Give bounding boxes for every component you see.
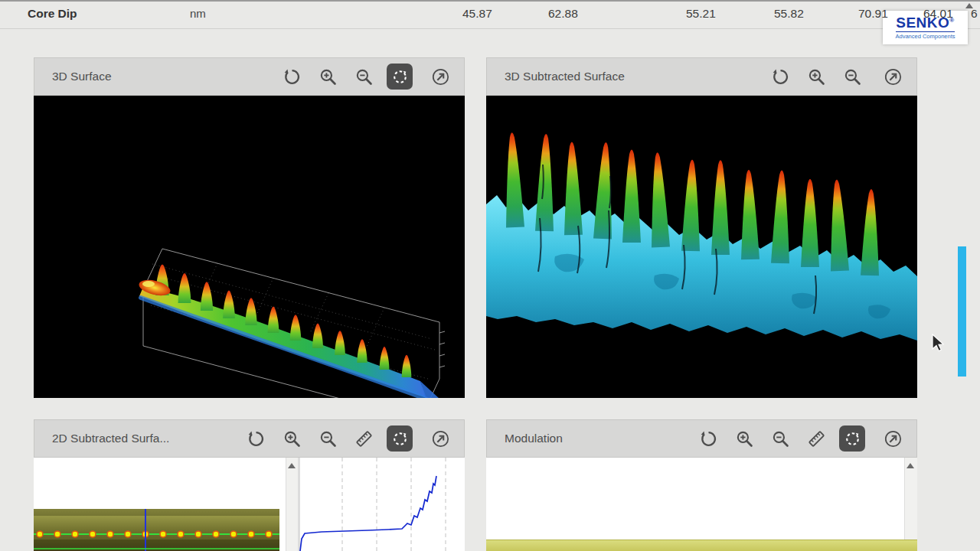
zoom-in-icon	[807, 67, 826, 86]
export-button[interactable]	[880, 425, 906, 452]
panel-title: Modulation	[505, 432, 563, 445]
surface-3d-plot[interactable]	[34, 96, 465, 398]
panel-2d-subtracted-header: 2D Subtracted Surfa...	[34, 419, 465, 458]
rotate-reset-button[interactable]	[243, 425, 269, 452]
panel-3d-subtracted-header: 3D Subtracted Surface	[486, 57, 917, 96]
dashed-circle-icon	[390, 67, 410, 86]
panel-modulation-header: Modulation	[486, 419, 917, 458]
zoom-out-button[interactable]	[315, 425, 341, 452]
panel-2d-subtracted-surface: 2D Subtracted Surfa...	[34, 419, 465, 551]
subtracted-3d-plot[interactable]	[486, 96, 917, 398]
core-dip-row-label: Core Dip	[28, 7, 77, 21]
scroll-up-icon[interactable]	[906, 463, 914, 468]
application-window: Core Dip nm 45.87 62.88 55.21 55.82 70.9…	[0, 0, 980, 551]
panel-title: 2D Subtracted Surfa...	[52, 432, 169, 445]
rotate-reset-button[interactable]	[695, 425, 721, 452]
profile-chart[interactable]	[299, 458, 465, 551]
export-button[interactable]	[427, 425, 453, 452]
export-icon	[884, 429, 903, 448]
vertical-scrollbar-thumb[interactable]	[958, 246, 966, 377]
senko-logo-tagline: Advanced Components	[896, 31, 956, 40]
scroll-up-icon[interactable]	[965, 3, 973, 8]
ruler-icon	[807, 429, 826, 448]
modulation-content[interactable]	[486, 458, 917, 551]
rotate-mode-button[interactable]	[839, 425, 865, 452]
measurement-value: 62.88	[548, 7, 578, 21]
zoom-in-button[interactable]	[315, 64, 341, 90]
export-button[interactable]	[427, 64, 453, 90]
zoom-out-icon	[843, 67, 862, 86]
export-icon	[431, 67, 450, 86]
dashed-circle-icon	[390, 429, 410, 448]
panel-title: 3D Surface	[52, 70, 112, 83]
ruler-icon	[354, 429, 374, 448]
measure-button[interactable]	[803, 425, 829, 452]
rotate-reset-icon	[771, 67, 790, 86]
modulation-image-strip	[486, 540, 917, 551]
rotate-reset-button[interactable]	[279, 64, 305, 90]
export-icon	[884, 67, 903, 86]
zoom-in-icon	[318, 67, 338, 86]
subtracted-2d-content	[34, 458, 465, 551]
export-icon	[431, 429, 450, 448]
export-button[interactable]	[880, 64, 906, 90]
measurement-value: 70.91	[858, 7, 888, 21]
rotate-reset-icon	[283, 67, 302, 86]
panel-modulation: Modulation	[486, 419, 917, 551]
zoom-out-icon	[318, 429, 338, 448]
panel-toolbar	[767, 64, 906, 90]
panel-3d-surface: 3D Surface	[34, 57, 465, 398]
zoom-out-button[interactable]	[351, 64, 377, 90]
measurement-value-clipped: 6	[971, 7, 978, 21]
measurement-value: 55.21	[686, 7, 716, 21]
rotate-reset-button[interactable]	[767, 64, 793, 90]
zoom-out-icon	[771, 429, 790, 448]
zoom-out-icon	[354, 67, 374, 86]
zoom-in-button[interactable]	[731, 425, 757, 452]
panel-title: 3D Subtracted Surface	[505, 70, 625, 83]
panel-toolbar	[695, 425, 906, 452]
measurement-value: 45.87	[462, 7, 492, 21]
mouse-cursor	[931, 334, 946, 354]
subtracted-2d-image-view[interactable]	[34, 458, 285, 551]
panel-3d-surface-header: 3D Surface	[34, 57, 465, 96]
inner-scrollbar[interactable]	[286, 458, 299, 551]
zoom-out-button[interactable]	[839, 64, 865, 90]
rotate-mode-button[interactable]	[387, 64, 413, 90]
rotate-mode-button[interactable]	[387, 425, 413, 452]
topbar-divider	[0, 28, 980, 29]
panel-toolbar	[243, 425, 453, 452]
fiber-endface-image[interactable]	[34, 509, 279, 551]
rotate-reset-icon	[699, 429, 718, 448]
zoom-in-icon	[283, 429, 302, 448]
zoom-in-button[interactable]	[803, 64, 829, 90]
panel-3d-subtracted-surface: 3D Subtracted Surface	[486, 57, 917, 398]
measurement-value: 64.01	[923, 7, 953, 21]
scroll-up-icon[interactable]	[288, 463, 296, 468]
top-edge-divider	[0, 0, 980, 2]
zoom-in-button[interactable]	[279, 425, 305, 452]
rotate-reset-icon	[247, 429, 266, 448]
inner-scrollbar[interactable]	[904, 458, 917, 551]
zoom-in-icon	[735, 429, 754, 448]
dashed-circle-icon	[843, 429, 862, 448]
measurement-value: 55.82	[774, 7, 804, 21]
zoom-out-button[interactable]	[767, 425, 793, 452]
panel-toolbar	[279, 64, 453, 90]
unit-label: nm	[190, 7, 206, 20]
measure-button[interactable]	[351, 425, 377, 452]
